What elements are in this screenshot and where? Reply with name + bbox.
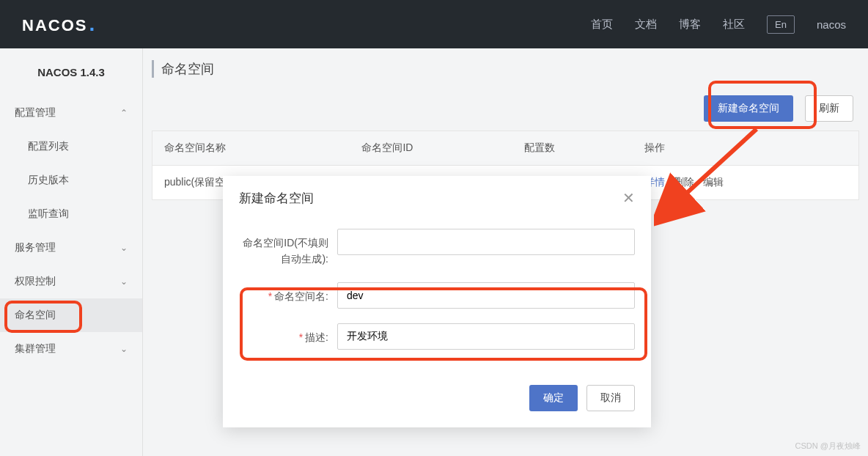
col-name: 命名空间名称	[152, 131, 350, 166]
cancel-button[interactable]: 取消	[586, 385, 635, 411]
menu-cluster[interactable]: 集群管理 ⌄	[0, 332, 142, 366]
menu-service-mgmt[interactable]: 服务管理 ⌄	[0, 231, 142, 265]
chevron-up-icon: ⌃	[120, 108, 128, 118]
menu-namespace-label: 命名空间	[15, 309, 56, 322]
close-icon[interactable]: ✕	[622, 189, 635, 207]
nav-blog[interactable]: 博客	[679, 18, 701, 32]
chevron-down-icon: ⌄	[120, 344, 128, 354]
ns-name-label: *命名空间名:	[239, 282, 337, 304]
nav-docs[interactable]: 文档	[635, 18, 657, 32]
ok-button[interactable]: 确定	[529, 385, 578, 411]
ns-desc-input[interactable]	[337, 323, 635, 350]
logo: NACOS.	[22, 12, 96, 36]
modal-header: 新建命名空间 ✕	[223, 176, 651, 220]
user-name[interactable]: nacos	[817, 18, 846, 31]
menu-config-mgmt[interactable]: 配置管理 ⌃	[0, 96, 142, 130]
menu-service-mgmt-label: 服务管理	[15, 241, 56, 254]
logo-dot-icon: .	[89, 12, 96, 36]
chevron-down-icon: ⌄	[120, 276, 128, 287]
toolbar: 新建命名空间 刷新	[152, 95, 859, 122]
refresh-button[interactable]: 刷新	[805, 95, 853, 122]
ns-id-input[interactable]	[337, 229, 635, 255]
menu-config-mgmt-label: 配置管理	[15, 106, 56, 119]
col-count: 配置数	[512, 131, 633, 166]
cell-ops: 详情 删除 编辑	[633, 166, 859, 200]
top-header: NACOS. 首页 文档 博客 社区 En nacos	[0, 0, 868, 48]
language-toggle[interactable]: En	[767, 15, 795, 34]
modal-footer: 确定 取消	[223, 372, 651, 427]
form-row-id: 命名空间ID(不填则自动生成):	[239, 229, 635, 268]
ns-name-label-text: 命名空间名:	[274, 290, 328, 302]
submenu-listen[interactable]: 监听查询	[0, 197, 142, 231]
form-row-desc: *描述:	[239, 323, 635, 350]
modal-body: 命名空间ID(不填则自动生成): *命名空间名: *描述:	[223, 220, 651, 372]
ns-name-input[interactable]	[337, 282, 635, 309]
sidebar-title: NACOS 1.4.3	[0, 48, 142, 96]
create-namespace-modal: 新建命名空间 ✕ 命名空间ID(不填则自动生成): *命名空间名: *描述: 确…	[223, 176, 651, 427]
chevron-down-icon: ⌄	[120, 243, 128, 253]
submenu-config-list[interactable]: 配置列表	[0, 130, 142, 163]
menu-auth-label: 权限控制	[15, 275, 56, 288]
form-row-name: *命名空间名:	[239, 282, 635, 309]
ns-desc-label-text: 描述:	[305, 331, 328, 343]
edit-link[interactable]: 编辑	[703, 176, 724, 188]
sidebar: NACOS 1.4.3 配置管理 ⌃ 配置列表 历史版本 监听查询 服务管理 ⌄…	[0, 48, 143, 456]
col-ops: 操作	[633, 131, 859, 166]
logo-text: NACOS	[22, 16, 87, 35]
menu-auth[interactable]: 权限控制 ⌄	[0, 265, 142, 298]
ns-id-label: 命名空间ID(不填则自动生成):	[239, 229, 337, 268]
submenu-history[interactable]: 历史版本	[0, 163, 142, 197]
menu-namespace[interactable]: 命名空间	[0, 298, 142, 332]
delete-link[interactable]: 删除	[674, 176, 694, 188]
page-title: 命名空间	[152, 60, 859, 78]
create-namespace-button[interactable]: 新建命名空间	[704, 95, 793, 122]
modal-title: 新建命名空间	[239, 190, 314, 207]
menu-cluster-label: 集群管理	[15, 342, 56, 356]
nav-home[interactable]: 首页	[591, 18, 613, 32]
col-id: 命名空间ID	[350, 131, 512, 166]
ns-desc-label: *描述:	[239, 323, 337, 345]
watermark: CSDN @月夜烛峰	[795, 441, 861, 452]
nav-community[interactable]: 社区	[723, 18, 745, 32]
nav-right: 首页 文档 博客 社区 En nacos	[591, 15, 846, 34]
